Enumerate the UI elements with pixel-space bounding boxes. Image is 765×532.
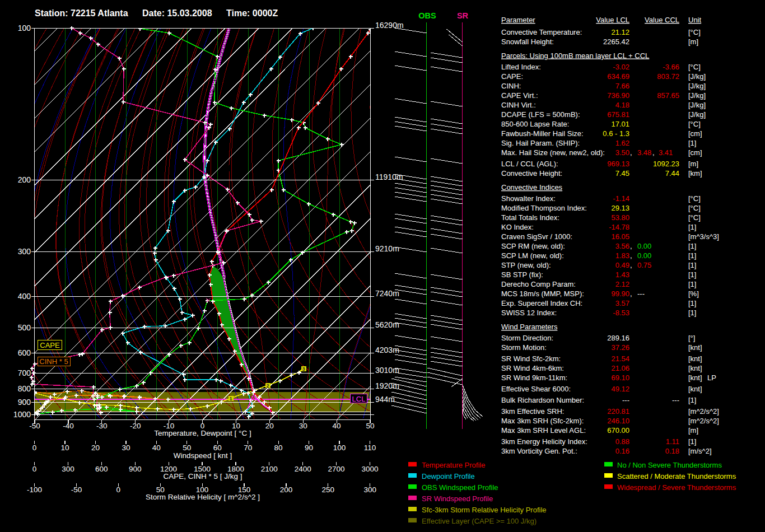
svg-text:CAPE Virt.:: CAPE Virt.: <box>501 91 538 100</box>
svg-text:---: --- <box>637 290 645 298</box>
svg-text:110: 110 <box>364 444 376 452</box>
svg-text:SR Wind 9km-11km:: SR Wind 9km-11km: <box>501 374 567 382</box>
svg-text:[m]: [m] <box>688 426 698 435</box>
svg-text:1092.23: 1092.23 <box>653 160 679 168</box>
svg-text:Temperature, Dewpoint [ °C ]: Temperature, Dewpoint [ °C ] <box>154 429 251 437</box>
svg-text:SCP LM (new, old):: SCP LM (new, old): <box>501 251 564 260</box>
svg-text:[°C]: [°C] <box>688 204 701 212</box>
svg-text:[1]: [1] <box>688 139 696 147</box>
svg-text:LCL / CCL (AGL):: LCL / CCL (AGL): <box>501 160 558 168</box>
svg-text:Value LCL: Value LCL <box>596 16 629 24</box>
svg-text:CAPE:: CAPE: <box>501 72 523 81</box>
svg-text:[knt]: [knt] <box>688 354 702 363</box>
svg-text:2: 2 <box>267 383 269 389</box>
svg-text:60: 60 <box>213 444 222 452</box>
svg-text:2700: 2700 <box>328 465 345 473</box>
svg-text:LCL: LCL <box>352 395 366 403</box>
svg-text:SR Wind Sfc-2km:: SR Wind Sfc-2km: <box>501 354 561 363</box>
svg-text:0.00: 0.00 <box>637 251 651 260</box>
svg-text:37.26: 37.26 <box>611 343 629 352</box>
svg-text:-1.14: -1.14 <box>613 194 629 203</box>
svg-text:17.01: 17.01 <box>611 120 629 128</box>
svg-text:Showalter Index:: Showalter Index: <box>501 194 556 203</box>
svg-text:7.66: 7.66 <box>615 82 629 90</box>
svg-text:,: , <box>630 261 632 269</box>
svg-text:Time: 0000Z: Time: 0000Z <box>226 8 278 18</box>
svg-text:-8.53: -8.53 <box>613 309 629 317</box>
svg-text:250: 250 <box>322 486 335 494</box>
svg-text:675.81: 675.81 <box>607 110 629 119</box>
svg-text:7240m: 7240m <box>375 289 399 298</box>
svg-text:11910m: 11910m <box>375 172 403 181</box>
svg-text:Lifted Index:: Lifted Index: <box>501 63 541 71</box>
svg-text:Derecho Comp Param:: Derecho Comp Param: <box>501 280 576 288</box>
svg-text:[J/kg]: [J/kg] <box>688 91 706 100</box>
svg-text:50: 50 <box>366 422 374 430</box>
svg-text:Max 3km SRH (Sfc-2km):: Max 3km SRH (Sfc-2km): <box>501 417 584 425</box>
svg-text:3.57: 3.57 <box>615 299 629 307</box>
svg-text:30: 30 <box>299 422 307 430</box>
svg-text:3km Effective SRH:: 3km Effective SRH: <box>501 407 564 416</box>
svg-text:0.16: 0.16 <box>615 447 629 455</box>
svg-text:[m^3/s^3]: [m^3/s^3] <box>688 232 719 241</box>
svg-text:[knt]: [knt] <box>688 374 702 382</box>
svg-text:300: 300 <box>18 247 31 256</box>
svg-text:[°C]: [°C] <box>688 213 701 222</box>
svg-text:Widespread / Severe Thundersto: Widespread / Severe Thunderstorms <box>617 483 736 492</box>
svg-text:[knt]: [knt] <box>688 343 702 352</box>
svg-text:3.41: 3.41 <box>659 148 673 157</box>
svg-text:-40: -40 <box>63 422 74 430</box>
svg-text:9210m: 9210m <box>375 244 399 253</box>
svg-text:Craven SigSvr / 1000:: Craven SigSvr / 1000: <box>501 232 572 241</box>
svg-text:857.65: 857.65 <box>657 91 679 100</box>
svg-text:[knt]: [knt] <box>688 385 702 393</box>
svg-text:500: 500 <box>18 323 31 332</box>
svg-text:400: 400 <box>18 292 31 301</box>
svg-text:[°C]: [°C] <box>688 28 701 36</box>
svg-text:SWISS 12 Index:: SWISS 12 Index: <box>501 309 557 317</box>
svg-text:0: 0 <box>32 465 37 473</box>
svg-text:[m^2/s^2]: [m^2/s^2] <box>688 407 719 416</box>
svg-text:Convective Indices: Convective Indices <box>501 183 563 192</box>
svg-text:40: 40 <box>333 422 341 430</box>
svg-text:[1]: [1] <box>688 242 696 250</box>
svg-text:Total Totals Index:: Total Totals Index: <box>501 213 559 222</box>
svg-text:CAPE: CAPE <box>40 341 60 349</box>
svg-text:Windspeed [ knt ]: Windspeed [ knt ] <box>174 451 232 460</box>
svg-text:Fawbush-Miller Hail Size:: Fawbush-Miller Hail Size: <box>501 129 584 138</box>
svg-text:0: 0 <box>32 444 37 452</box>
svg-text:20: 20 <box>91 444 100 452</box>
svg-text:,: , <box>630 242 632 250</box>
svg-text:80: 80 <box>274 444 283 452</box>
svg-text:53.80: 53.80 <box>611 213 629 222</box>
svg-text:1000: 1000 <box>13 410 31 419</box>
svg-text:[m]: [m] <box>688 38 698 46</box>
svg-text:0: 0 <box>116 486 121 494</box>
svg-text:3010m: 3010m <box>375 366 399 375</box>
svg-text:2400: 2400 <box>295 465 311 473</box>
svg-text:[°C]: [°C] <box>688 194 701 203</box>
svg-text:[1]: [1] <box>688 396 696 404</box>
svg-text:[1]: [1] <box>688 280 696 288</box>
svg-text:Sfc-3km Storm Relative Helicit: Sfc-3km Storm Relative Helicity Profile <box>422 506 547 514</box>
svg-text:SR Windspeed Profile: SR Windspeed Profile <box>422 494 493 503</box>
svg-text:220.81: 220.81 <box>607 407 629 416</box>
svg-text:Date: 15.03.2008: Date: 15.03.2008 <box>142 8 212 18</box>
svg-text:0.00: 0.00 <box>637 242 651 250</box>
svg-text:Storm Motion:: Storm Motion: <box>501 343 547 352</box>
svg-text:CINH:: CINH: <box>501 82 521 90</box>
svg-text:200: 200 <box>18 175 31 184</box>
svg-text:Snowfall Height:: Snowfall Height: <box>501 38 554 46</box>
svg-text:[1]: [1] <box>688 223 696 231</box>
svg-text:1.11: 1.11 <box>666 437 679 446</box>
svg-text:736.90: 736.90 <box>607 91 629 100</box>
svg-text:-3.66: -3.66 <box>663 63 679 71</box>
svg-text:3: 3 <box>302 366 305 372</box>
svg-text:Value CCL: Value CCL <box>645 16 679 24</box>
svg-text:LP: LP <box>707 374 716 382</box>
svg-text:,: , <box>652 148 655 157</box>
svg-text:MCS 18m/s (MMP, MSP):: MCS 18m/s (MMP, MSP): <box>501 290 584 298</box>
svg-text:700: 700 <box>18 368 31 377</box>
svg-text:300: 300 <box>363 486 376 494</box>
svg-text:Modified Thompson Index:: Modified Thompson Index: <box>501 204 587 212</box>
